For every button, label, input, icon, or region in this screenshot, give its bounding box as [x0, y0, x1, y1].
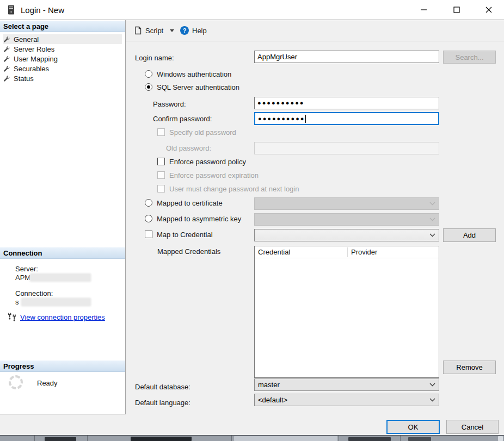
wrench-icon [3, 65, 10, 72]
search-button[interactable]: Search... [443, 51, 496, 64]
chevron-down-icon [429, 398, 435, 402]
sidebar-item-general[interactable]: General [3, 34, 122, 44]
specify-old-password-checkbox[interactable] [157, 128, 165, 136]
confirm-password-label: Confirm password: [153, 115, 212, 123]
sidebar-item-user-mapping[interactable]: User Mapping [3, 54, 122, 64]
map-to-credential-checkbox[interactable] [145, 231, 152, 238]
default-language-value: <default> [258, 396, 287, 404]
chevron-down-icon [429, 233, 435, 237]
sidebar-item-label: Securables [14, 65, 49, 73]
default-language-combobox[interactable]: <default> [254, 394, 439, 406]
maximize-button[interactable] [444, 0, 469, 20]
text-caret [305, 115, 306, 123]
server-value: APM [15, 274, 30, 282]
sidebar-item-label: Status [14, 74, 34, 83]
login-name-label: Login name: [135, 54, 174, 62]
mapped-credentials-label: Mapped Credentials [157, 247, 220, 256]
script-icon [134, 26, 142, 35]
progress-status: Ready [37, 379, 58, 387]
help-label: Help [192, 27, 207, 35]
script-dropdown-arrow-icon[interactable] [170, 29, 174, 32]
connection-header: Connection [0, 247, 125, 259]
cancel-button[interactable]: Cancel [446, 420, 499, 434]
ok-button[interactable]: OK [386, 420, 440, 434]
connection-label: Connection: [15, 289, 53, 297]
script-label: Script [145, 27, 163, 35]
connection-value-redaction [22, 299, 90, 306]
default-database-value: master [258, 381, 280, 389]
wrench-icon [3, 55, 10, 63]
windows-authentication-radio[interactable] [145, 70, 152, 78]
specify-old-password-label: Specify old password [169, 128, 236, 136]
server-label: Server: [15, 265, 38, 273]
add-button[interactable]: Add [443, 228, 496, 242]
mapped-to-certificate-radio[interactable] [145, 199, 152, 207]
chevron-down-icon [429, 218, 435, 221]
windows-authentication-label: Windows authentication [157, 70, 231, 78]
toolbar: Script ? Help [126, 20, 504, 41]
enforce-password-policy-checkbox[interactable] [157, 158, 165, 165]
map-to-credential-label: Map to Credential [157, 231, 213, 239]
old-password-input [254, 142, 439, 154]
credential-combobox[interactable] [254, 229, 439, 241]
password-label: Password: [153, 100, 186, 108]
sidebar-item-label: Server Roles [14, 45, 54, 53]
default-database-combobox[interactable]: master [254, 378, 439, 391]
mapped-to-asymmetric-key-label: Mapped to asymmetric key [157, 215, 241, 223]
sidebar-item-label: General [14, 35, 39, 44]
enforce-password-expiration-checkbox[interactable] [157, 171, 165, 179]
enforce-password-expiration-label: Enforce password expiration [169, 171, 259, 179]
default-language-label: Default language: [135, 399, 190, 407]
sidebar-item-status[interactable]: Status [3, 73, 122, 83]
script-button[interactable]: Script [134, 20, 174, 41]
close-button[interactable] [476, 0, 501, 20]
mapped-credentials-header: Credential Provider [255, 246, 439, 258]
must-change-password-label: User must change password at next login [169, 185, 299, 193]
connection-value: s [15, 298, 19, 306]
password-input[interactable]: ●●●●●●●●●● [254, 97, 439, 109]
column-header-provider[interactable]: Provider [351, 248, 377, 256]
sql-authentication-radio[interactable] [145, 83, 152, 91]
password-dots: ●●●●●●●●●● [257, 100, 304, 106]
must-change-password-checkbox[interactable] [157, 185, 165, 192]
view-connection-properties-link[interactable]: View connection properties [20, 313, 105, 321]
confirm-password-input[interactable]: ●●●●●●●●●● [254, 112, 439, 125]
remove-button[interactable]: Remove [443, 361, 496, 374]
progress-spinner-icon [9, 375, 23, 389]
progress-header: Progress [0, 361, 125, 372]
mapped-to-asymmetric-key-radio[interactable] [145, 215, 152, 222]
default-database-label: Default database: [135, 383, 190, 391]
window-title: Login - New [21, 0, 64, 20]
wrench-icon [3, 36, 10, 43]
help-button[interactable]: ? Help [180, 20, 207, 41]
app-icon [8, 5, 15, 15]
dialog-footer: OK Cancel [0, 414, 504, 435]
column-header-credential[interactable]: Credential [258, 248, 290, 256]
background-window-strip [0, 435, 504, 441]
sidebar: Select a page General Server Roles User … [0, 20, 126, 414]
enforce-password-policy-label: Enforce password policy [169, 158, 246, 166]
login-new-dialog: Login - New Select a page General Server… [0, 0, 504, 441]
sidebar-item-server-roles[interactable]: Server Roles [3, 44, 122, 54]
certificate-combobox [254, 197, 439, 210]
select-a-page-header: Select a page [0, 21, 125, 32]
title-bar: Login - New [0, 0, 504, 20]
login-name-input[interactable]: AppMgrUser [254, 51, 439, 63]
help-icon: ? [180, 26, 189, 35]
confirm-password-dots: ●●●●●●●●●● [258, 116, 305, 122]
minimize-button[interactable] [411, 0, 436, 20]
sidebar-item-securables[interactable]: Securables [3, 64, 122, 73]
sidebar-item-label: User Mapping [14, 55, 58, 63]
connection-properties-icon [7, 312, 17, 321]
sql-authentication-label: SQL Server authentication [157, 83, 239, 91]
mapped-to-certificate-label: Mapped to certificate [157, 199, 223, 207]
server-value-redaction [30, 274, 90, 281]
column-divider[interactable] [347, 247, 348, 257]
wrench-icon [3, 46, 10, 53]
mapped-credentials-list[interactable]: Credential Provider [254, 246, 439, 378]
asymmetric-key-combobox [254, 213, 439, 226]
old-password-label: Old password: [166, 144, 211, 152]
chevron-down-icon [429, 383, 435, 387]
wrench-icon [3, 75, 10, 82]
chevron-down-icon [429, 202, 435, 206]
